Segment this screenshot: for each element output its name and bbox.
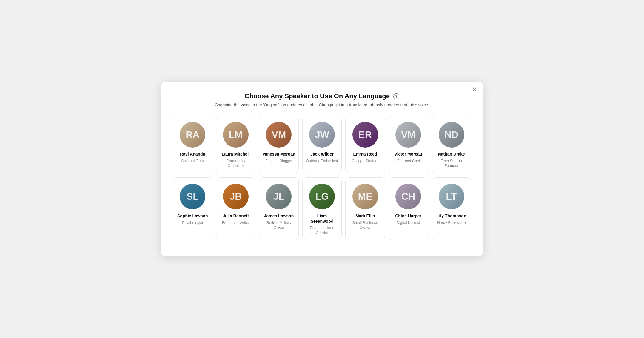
avatar-james: JL — [266, 184, 292, 209]
speaker-role-nathan: Tech Startup Founder — [435, 159, 468, 168]
speaker-card-sophie[interactable]: SLSophie LawsonPsychologist — [173, 177, 212, 240]
help-icon[interactable]: ? — [393, 93, 399, 99]
avatar-lily: LT — [439, 184, 464, 209]
speaker-role-victor: Gourmet Chef — [397, 159, 420, 163]
avatar-emma: ER — [352, 122, 378, 148]
speaker-card-victor[interactable]: VMVictor MoreauGourmet Chef — [389, 116, 428, 173]
avatar-initials-lily: LT — [446, 191, 457, 202]
speaker-role-vanessa: Fashion Blogger — [265, 159, 292, 163]
speaker-name-liam: Liam Greenwood — [306, 213, 339, 224]
avatar-initials-james: JL — [273, 191, 284, 202]
avatar-chloe: CH — [395, 184, 421, 209]
speaker-card-chloe[interactable]: CHChloe HarperDigital Nomad — [389, 177, 428, 240]
speaker-name-laura: Laura Mitchell — [222, 152, 250, 157]
speaker-name-emma: Emma Reed — [353, 152, 377, 157]
avatar-laura: LM — [223, 122, 249, 148]
avatar-victor: VM — [395, 122, 421, 148]
speaker-role-julia: Freelance Writer — [222, 220, 249, 225]
avatar-liam: LG — [309, 184, 335, 209]
avatar-sophie: SL — [180, 184, 205, 209]
avatar-jack: JW — [309, 122, 335, 148]
speaker-name-julia: Julia Bennett — [223, 213, 249, 219]
speaker-name-vanessa: Vanessa Morgan — [262, 152, 295, 157]
avatar-vanessa: VM — [266, 122, 292, 148]
avatar-initials-nathan: ND — [445, 129, 458, 140]
speaker-role-mark: Small Business Owner — [349, 220, 382, 230]
speaker-card-liam[interactable]: LGLiam GreenwoodEco-conscious Activist — [302, 177, 342, 240]
avatar-mark: ME — [352, 184, 378, 209]
close-button[interactable]: ✕ — [472, 86, 477, 93]
avatar-ravi: RA — [180, 122, 205, 148]
speaker-name-jack: Jack Wilder — [310, 152, 334, 157]
speaker-card-lily[interactable]: LTLily ThompsonNerdy Bookworm — [432, 177, 471, 240]
avatar-initials-laura: LM — [229, 129, 243, 140]
avatar-initials-liam: LG — [315, 191, 329, 202]
speaker-role-laura: Community Organizer — [219, 159, 252, 168]
speaker-role-liam: Eco-conscious Activist — [306, 225, 339, 235]
avatar-julia: JB — [223, 184, 249, 209]
speaker-card-jack[interactable]: JWJack WilderOutdoor Enthusiast — [302, 116, 342, 173]
speaker-card-laura[interactable]: LMLaura MitchellCommunity Organizer — [216, 116, 256, 173]
speaker-name-nathan: Nathan Drake — [438, 152, 465, 157]
speaker-card-emma[interactable]: EREmma ReedCollege Student — [345, 116, 385, 173]
speaker-card-ravi[interactable]: RARavi AnandaSpiritual Guru — [173, 116, 212, 173]
speaker-role-ravi: Spiritual Guru — [181, 159, 204, 163]
speaker-card-james[interactable]: JLJames LawsonRetired Military Officer — [259, 177, 299, 240]
avatar-initials-chloe: CH — [401, 191, 415, 202]
speaker-name-victor: Victor Moreau — [395, 152, 422, 157]
speaker-role-emma: College Student — [352, 159, 378, 163]
speaker-role-sophie: Psychologist — [182, 220, 203, 225]
speaker-name-lily: Lily Thompson — [437, 213, 466, 219]
speaker-name-mark: Mark Ellis — [355, 213, 375, 219]
speakers-row-2: SLSophie LawsonPsychologistJBJulia Benne… — [173, 177, 471, 240]
speaker-name-chloe: Chloe Harper — [395, 213, 421, 219]
avatar-initials-jack: JW — [315, 129, 329, 140]
avatar-nathan: ND — [439, 122, 464, 148]
speaker-name-sophie: Sophie Lawson — [177, 213, 208, 219]
avatar-initials-mark: ME — [358, 191, 372, 202]
speaker-card-julia[interactable]: JBJulia BennettFreelance Writer — [216, 177, 256, 240]
speaker-card-vanessa[interactable]: VMVanessa MorganFashion Blogger — [259, 116, 299, 173]
speaker-name-james: James Lawson — [264, 213, 294, 219]
speaker-role-chloe: Digital Nomad — [397, 220, 420, 225]
speaker-role-james: Retired Military Officer — [262, 220, 295, 230]
speaker-role-jack: Outdoor Enthusiast — [306, 159, 338, 163]
avatar-initials-victor: VM — [401, 129, 415, 140]
avatar-initials-julia: JB — [229, 191, 242, 202]
speaker-card-nathan[interactable]: NDNathan DrakeTech Startup Founder — [432, 116, 471, 173]
speaker-card-mark[interactable]: MEMark EllisSmall Business Owner — [345, 177, 385, 240]
modal-subtitle: Changing the voice in the 'Original' tab… — [173, 102, 471, 107]
avatar-initials-emma: ER — [358, 129, 372, 140]
avatar-initials-ravi: RA — [186, 129, 199, 140]
speaker-name-ravi: Ravi Ananda — [180, 152, 205, 157]
avatar-initials-sophie: SL — [187, 191, 199, 202]
speakers-row-1: RARavi AnandaSpiritual GuruLMLaura Mitch… — [173, 116, 471, 173]
speaker-selection-modal: ✕ Choose Any Speaker to Use On Any Langu… — [161, 82, 483, 256]
modal-title: Choose Any Speaker to Use On Any Languag… — [173, 92, 471, 100]
speaker-role-lily: Nerdy Bookworm — [437, 220, 466, 225]
avatar-initials-vanessa: VM — [272, 129, 286, 140]
